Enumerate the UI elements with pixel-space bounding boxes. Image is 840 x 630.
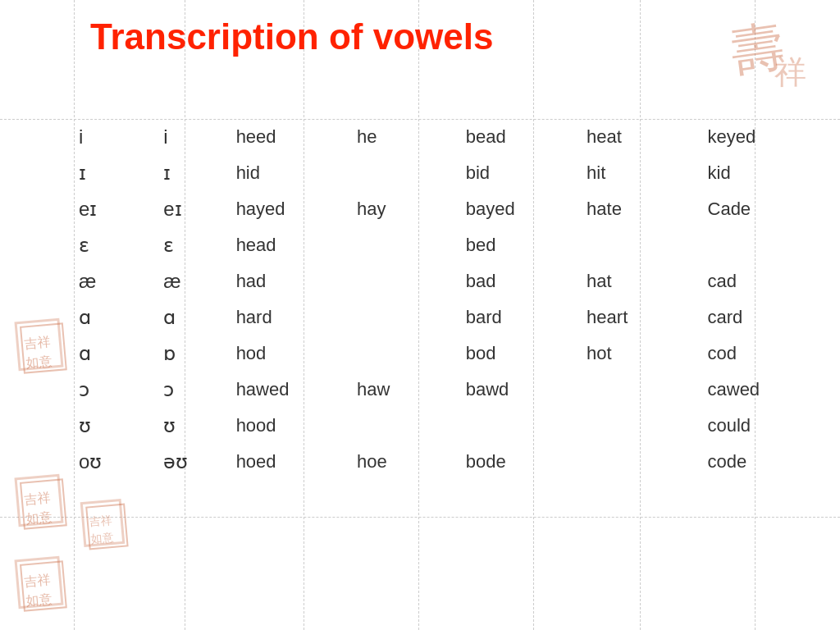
table-row: ɑɑhardbardheartcard [74, 299, 824, 336]
cell-r2-c6: Cade [703, 191, 824, 227]
cell-r2-c3: hay [352, 191, 461, 227]
cell-r4-c5: hat [582, 263, 702, 299]
cell-r9-c4: bode [461, 444, 582, 480]
table-row: ɛɛheadbed [74, 227, 824, 263]
cell-r5-c2: hard [231, 299, 352, 336]
cell-r7-c5 [582, 372, 702, 408]
cell-r0-c5: heat [582, 119, 702, 155]
cell-r3-c3 [352, 227, 461, 263]
table-row: ɪɪhidbidhitkid [74, 155, 824, 191]
cell-r7-c2: hawed [231, 372, 352, 408]
cell-r9-c5 [582, 444, 702, 480]
vowel-table: iiheedhebeadheatkeyedɪɪhidbidhitkideɪeɪh… [74, 119, 824, 480]
cell-r3-c2: head [231, 227, 352, 263]
cell-r5-c6: card [703, 299, 824, 336]
cell-r6-c6: cod [703, 336, 824, 372]
cell-r8-c3 [352, 408, 461, 444]
svg-text:如意: 如意 [90, 532, 114, 546]
cell-r1-c6: kid [703, 155, 824, 191]
cell-r1-c0: ɪ [74, 155, 158, 191]
cell-r7-c3: haw [352, 372, 461, 408]
cell-r4-c3 [352, 263, 461, 299]
svg-text:吉祥: 吉祥 [24, 491, 51, 507]
stamp-mid-left: 吉祥 如意 [14, 318, 63, 372]
cell-r8-c2: hood [231, 408, 352, 444]
cell-r9-c1: əʊ [158, 444, 231, 480]
table-row: ɔɔhawedhawbawdcawed [74, 372, 824, 408]
cell-r4-c6: cad [703, 263, 824, 299]
cell-r3-c1: ɛ [158, 227, 231, 263]
cell-r0-c2: heed [231, 119, 352, 155]
cell-r0-c4: bead [461, 119, 582, 155]
cell-r0-c0: i [74, 119, 158, 155]
svg-text:祥: 祥 [774, 55, 806, 89]
page-title: Transcription of vowels [90, 16, 493, 57]
cell-r8-c0: ʊ [74, 408, 158, 444]
table-row: ææhadbadhatcad [74, 263, 824, 299]
cell-r5-c4: bard [461, 299, 582, 336]
cell-r4-c0: æ [74, 263, 158, 299]
cell-r6-c3 [352, 336, 461, 372]
svg-text:吉祥: 吉祥 [89, 514, 112, 528]
table-row: ʊʊhoodcould [74, 408, 824, 444]
stamp-bottom-left1: 吉祥 如意 [14, 474, 63, 527]
cell-r9-c0: oʊ [74, 444, 158, 480]
cell-r9-c3: hoe [352, 444, 461, 480]
cell-r3-c0: ɛ [74, 227, 158, 263]
cell-r8-c1: ʊ [158, 408, 231, 444]
cell-r2-c4: bayed [461, 191, 582, 227]
cell-r5-c1: ɑ [158, 299, 231, 336]
cell-r1-c1: ɪ [158, 155, 231, 191]
cell-r6-c5: hot [582, 336, 702, 372]
table-row: oʊəʊhoedhoebodecode [74, 444, 824, 480]
cell-r3-c4: bed [461, 227, 582, 263]
stamp-bottom-left2: 吉祥 如意 [80, 499, 126, 547]
svg-text:吉祥: 吉祥 [24, 335, 51, 351]
cell-r7-c1: ɔ [158, 372, 231, 408]
cell-r1-c5: hit [582, 155, 702, 191]
cell-r2-c5: hate [582, 191, 702, 227]
cell-r6-c2: hod [231, 336, 352, 372]
svg-text:如意: 如意 [25, 592, 52, 609]
svg-text:如意: 如意 [25, 354, 52, 371]
cell-r9-c2: hoed [231, 444, 352, 480]
cell-r1-c3 [352, 155, 461, 191]
stamp-top-right: 壽 祥 [721, 0, 819, 98]
cell-r3-c6 [703, 227, 824, 263]
cell-r1-c4: bid [461, 155, 582, 191]
cell-r6-c1: ɒ [158, 336, 231, 372]
cell-r0-c1: i [158, 119, 231, 155]
cell-r6-c0: ɑ [74, 336, 158, 372]
table-row: iiheedhebeadheatkeyed [74, 119, 824, 155]
cell-r3-c5 [582, 227, 702, 263]
stamp-bottom-left3: 吉祥 如意 [14, 556, 63, 609]
cell-r4-c2: had [231, 263, 352, 299]
cell-r0-c3: he [352, 119, 461, 155]
cell-r1-c2: hid [231, 155, 352, 191]
svg-text:如意: 如意 [25, 510, 52, 527]
table-row: eɪeɪhayedhaybayedhateCade [74, 191, 824, 227]
cell-r2-c0: eɪ [74, 191, 158, 227]
table-row: ɑɒhodbodhotcod [74, 336, 824, 372]
cell-r6-c4: bod [461, 336, 582, 372]
cell-r0-c6: keyed [703, 119, 824, 155]
cell-r5-c5: heart [582, 299, 702, 336]
cell-r2-c1: eɪ [158, 191, 231, 227]
cell-r8-c6: could [703, 408, 824, 444]
cell-r5-c0: ɑ [74, 299, 158, 336]
cell-r5-c3 [352, 299, 461, 336]
svg-text:吉祥: 吉祥 [24, 573, 51, 589]
cell-r4-c4: bad [461, 263, 582, 299]
cell-r7-c6: cawed [703, 372, 824, 408]
cell-r2-c2: hayed [231, 191, 352, 227]
cell-r8-c5 [582, 408, 702, 444]
cell-r7-c0: ɔ [74, 372, 158, 408]
cell-r8-c4 [461, 408, 582, 444]
cell-r7-c4: bawd [461, 372, 582, 408]
cell-r9-c6: code [703, 444, 824, 480]
cell-r4-c1: æ [158, 263, 231, 299]
